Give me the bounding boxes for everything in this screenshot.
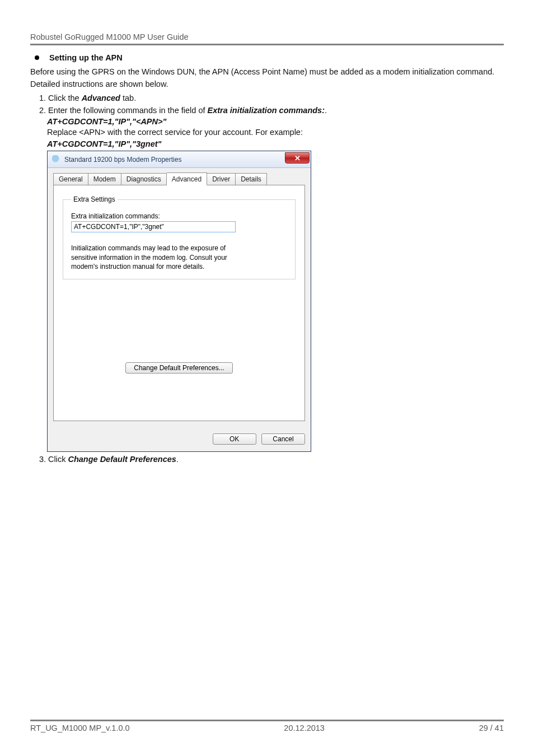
- tab-strip: General Modem Diagnostics Advanced Drive…: [53, 172, 305, 185]
- section-title-row: Setting up the APN: [30, 53, 504, 62]
- extra-settings-note: Initialization commands may lead to the …: [71, 244, 250, 271]
- command-1: AT+CGDCONT=1,"IP","<APN>": [47, 117, 504, 126]
- close-button[interactable]: ✕: [285, 152, 310, 164]
- modem-properties-dialog: Standard 19200 bps Modem Properties ✕ Ge…: [47, 151, 311, 452]
- tab-page-advanced: Extra Settings Extra initialization comm…: [53, 185, 305, 421]
- section-title: Setting up the APN: [49, 53, 123, 62]
- step-2-pre: Enter the following commands in the fiel…: [48, 106, 208, 115]
- tab-advanced[interactable]: Advanced: [167, 172, 207, 185]
- extra-settings-group: Extra Settings Extra initialization comm…: [63, 195, 296, 279]
- dialog-titlebar: Standard 19200 bps Modem Properties ✕: [48, 151, 311, 168]
- page-footer: RT_UG_M1000 MP_v.1.0.0 20.12.2013 29 / 4…: [30, 720, 504, 732]
- step-3-bold: Change Default Preferences: [68, 455, 176, 464]
- footer-left: RT_UG_M1000 MP_v.1.0.0: [30, 724, 130, 732]
- step-2-post: .: [325, 106, 327, 115]
- tab-modem[interactable]: Modem: [88, 173, 121, 186]
- step-3: Click Change Default Preferences.: [48, 453, 504, 465]
- intro-paragraph: Before using the GPRS on the Windows DUN…: [30, 66, 504, 91]
- footer-center: 20.12.2013: [284, 724, 325, 732]
- step-2: Enter the following commands in the fiel…: [48, 104, 504, 116]
- step-3-post: .: [176, 455, 179, 464]
- change-default-preferences-button[interactable]: Change Default Preferences...: [125, 362, 232, 374]
- footer-right: 29 / 41: [479, 724, 504, 732]
- step-2-bold: Extra initialization commands:: [208, 106, 325, 115]
- tab-diagnostics[interactable]: Diagnostics: [121, 173, 167, 186]
- step-3-pre: Click: [48, 455, 68, 464]
- command-2: AT+CGDCONT=1,"IP","3gnet": [47, 139, 504, 148]
- step-1-bold: Advanced: [82, 94, 120, 102]
- step-1-post: tab.: [120, 94, 136, 102]
- modem-icon: [52, 155, 61, 164]
- dialog-footer: OK Cancel: [48, 428, 311, 451]
- tab-details[interactable]: Details: [236, 173, 267, 186]
- ok-button[interactable]: OK: [213, 433, 256, 445]
- step-1-pre: Click the: [48, 94, 82, 102]
- extra-settings-legend: Extra Settings: [71, 195, 118, 203]
- extra-commands-input[interactable]: [71, 221, 236, 232]
- doc-header: Robustel GoRugged M1000 MP User Guide: [30, 32, 504, 45]
- cancel-button[interactable]: Cancel: [261, 433, 305, 445]
- tab-driver[interactable]: Driver: [207, 173, 236, 186]
- tab-general[interactable]: General: [53, 173, 88, 186]
- extra-commands-label: Extra initialization commands:: [71, 212, 287, 220]
- bullet-icon: [35, 55, 39, 60]
- replace-note: Replace <APN> with the correct service f…: [47, 126, 504, 138]
- dialog-title: Standard 19200 bps Modem Properties: [64, 156, 181, 164]
- close-icon: ✕: [294, 154, 301, 162]
- step-1: Click the Advanced tab.: [48, 92, 504, 104]
